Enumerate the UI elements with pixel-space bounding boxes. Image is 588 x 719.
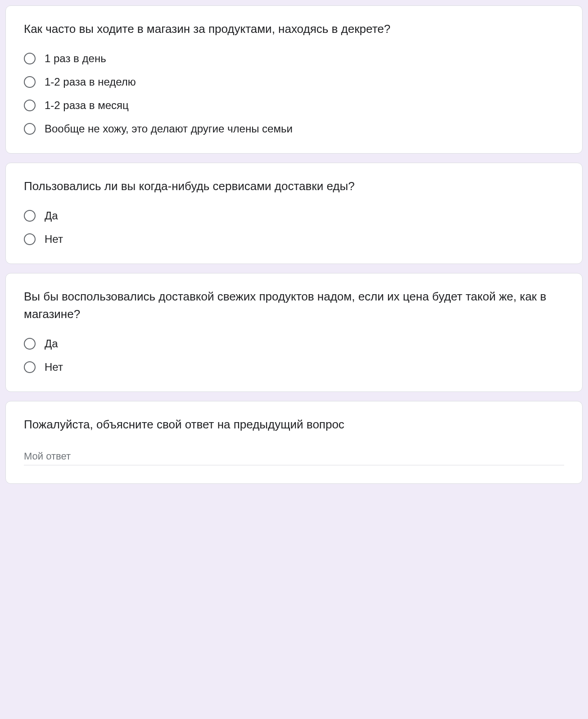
radio-option[interactable]: 1 раз в день bbox=[24, 52, 564, 65]
radio-option[interactable]: 1-2 раза в неделю bbox=[24, 76, 564, 88]
radio-icon bbox=[24, 76, 36, 88]
radio-icon bbox=[24, 233, 36, 245]
option-label: Нет bbox=[45, 233, 63, 246]
radio-icon bbox=[24, 123, 36, 135]
radio-icon bbox=[24, 53, 36, 64]
question-title: Пользовались ли вы когда-нибудь сервисам… bbox=[24, 177, 564, 195]
radio-option[interactable]: Вообще не хожу, это делают другие члены … bbox=[24, 123, 564, 135]
radio-icon bbox=[24, 100, 36, 111]
question-title: Как часто вы ходите в магазин за продукт… bbox=[24, 20, 564, 38]
question-card: Пользовались ли вы когда-нибудь сервисам… bbox=[5, 163, 583, 264]
question-card: Как часто вы ходите в магазин за продукт… bbox=[5, 5, 583, 154]
option-label: Нет bbox=[45, 361, 63, 373]
radio-option[interactable]: 1-2 раза в месяц bbox=[24, 99, 564, 112]
radio-icon bbox=[24, 338, 36, 350]
radio-icon bbox=[24, 361, 36, 373]
option-label: Вообще не хожу, это делают другие члены … bbox=[45, 123, 293, 135]
radio-option[interactable]: Нет bbox=[24, 233, 564, 246]
option-label: Да bbox=[45, 337, 58, 350]
question-title: Пожалуйста, объясните свой ответ на пред… bbox=[24, 416, 564, 433]
question-title: Вы бы воспользовались доставкой свежих п… bbox=[24, 288, 564, 323]
radio-option[interactable]: Да bbox=[24, 209, 564, 222]
text-input-container bbox=[24, 448, 564, 465]
radio-option[interactable]: Да bbox=[24, 337, 564, 350]
radio-icon bbox=[24, 210, 36, 222]
question-card: Пожалуйста, объясните свой ответ на пред… bbox=[5, 401, 583, 484]
question-card: Вы бы воспользовались доставкой свежих п… bbox=[5, 273, 583, 392]
option-label: 1-2 раза в неделю bbox=[45, 76, 136, 88]
radio-option[interactable]: Нет bbox=[24, 361, 564, 373]
option-label: Да bbox=[45, 209, 58, 222]
answer-input[interactable] bbox=[24, 448, 564, 465]
option-label: 1 раз в день bbox=[45, 52, 106, 65]
option-label: 1-2 раза в месяц bbox=[45, 99, 129, 112]
